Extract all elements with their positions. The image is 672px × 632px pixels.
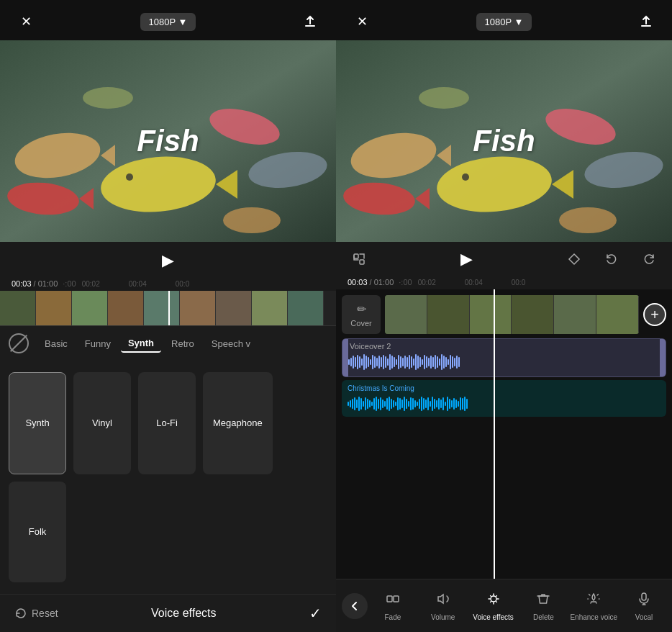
voiceover-track[interactable]: Voiceover 2 xyxy=(342,338,666,377)
right-time-display: 00:03 / 01:00 ·:00 xyxy=(348,278,412,286)
effects-grid: Synth Vinyl Lo-Fi Megaphone Folk xyxy=(0,361,336,594)
svg-rect-29 xyxy=(642,593,646,600)
music-track[interactable]: Christmas Is Coming xyxy=(342,380,666,417)
tab-retro[interactable]: Retro xyxy=(164,335,201,352)
right-play-button[interactable]: ▶ xyxy=(455,248,478,271)
left-play-button[interactable]: ▶ xyxy=(157,249,180,272)
left-video-title: Fish xyxy=(137,124,199,158)
left-thumbnail-strip[interactable] xyxy=(0,291,336,325)
cover-tile[interactable]: ✏ Cover xyxy=(342,295,381,334)
voiceover-left-handle[interactable] xyxy=(342,339,348,376)
toolbar-items: Fade Volume xyxy=(368,587,669,626)
enhance-voice-label: Enhance voice xyxy=(570,613,617,621)
thumb-1 xyxy=(0,291,36,325)
right-timeline-markers: 00:02 00:04 00:0 xyxy=(418,279,660,286)
right-undo-button[interactable] xyxy=(600,248,623,271)
toolbar-fade[interactable]: Fade xyxy=(368,587,418,626)
confirm-button[interactable]: ✓ xyxy=(309,605,322,622)
svg-point-10 xyxy=(83,87,133,109)
video-strip[interactable] xyxy=(385,295,639,334)
reset-label: Reset xyxy=(32,608,58,619)
effect-vinyl[interactable]: Vinyl xyxy=(73,372,131,474)
thumb-6 xyxy=(180,291,216,325)
right-bottom-toolbar: Fade Volume xyxy=(336,579,672,632)
voice-effects-label: Voice effects xyxy=(473,613,514,621)
left-time-display: 00:03 / 01:00 ·:00 xyxy=(12,279,76,288)
svg-rect-27 xyxy=(394,596,399,602)
left-controls-bar: ▶ xyxy=(0,242,336,276)
cover-track: ✏ Cover + xyxy=(336,295,672,334)
left-playhead xyxy=(168,291,170,325)
thumb-5 xyxy=(144,291,180,325)
fade-label: Fade xyxy=(385,613,401,621)
right-screen: ✕ 1080P ▼ xyxy=(336,0,672,632)
strip-seg-6 xyxy=(596,295,639,334)
tab-speech[interactable]: Speech v xyxy=(204,335,258,352)
effect-synth[interactable]: Synth xyxy=(9,372,66,474)
fade-icon xyxy=(385,591,401,610)
delete-icon xyxy=(535,591,551,610)
reset-button[interactable]: Reset xyxy=(14,607,58,620)
toolbar-delete[interactable]: Delete xyxy=(518,587,568,626)
svg-point-19 xyxy=(462,173,469,181)
svg-point-23 xyxy=(559,207,617,233)
thumb-9 xyxy=(288,291,324,325)
svg-point-11 xyxy=(223,207,281,233)
right-video-preview: Fish xyxy=(336,40,672,242)
right-expand-button[interactable] xyxy=(348,248,371,271)
volume-label: Volume xyxy=(431,613,455,621)
tab-funny[interactable]: Funny xyxy=(78,335,118,352)
right-timeline-area: ✏ Cover + xyxy=(336,289,672,579)
toolbar-vocal[interactable]: Vocal xyxy=(619,587,669,626)
left-upload-button[interactable] xyxy=(299,10,322,33)
effect-megaphone[interactable]: Megaphone xyxy=(203,372,273,474)
voiceover-waveform xyxy=(348,352,660,372)
strip-seg-2 xyxy=(427,295,470,334)
effect-lofi[interactable]: Lo-Fi xyxy=(138,372,196,474)
left-resolution-button[interactable]: 1080P ▼ xyxy=(140,13,196,31)
add-clip-button[interactable]: + xyxy=(643,303,666,326)
cover-label: Cover xyxy=(350,319,371,328)
toolbar-enhance-voice[interactable]: Enhance voice xyxy=(568,587,619,626)
svg-point-22 xyxy=(419,87,469,109)
right-timeline-bar: 00:03 / 01:00 ·:00 00:02 00:04 00:0 xyxy=(336,275,672,289)
svg-point-7 xyxy=(126,173,133,181)
no-effect-icon[interactable] xyxy=(9,333,29,353)
left-top-bar: ✕ 1080P ▼ xyxy=(0,0,336,40)
right-controls-bar: ▶ xyxy=(336,242,672,275)
timeline-tracks: ✏ Cover + xyxy=(336,289,672,425)
cover-pencil-icon: ✏ xyxy=(357,302,366,316)
delete-label: Delete xyxy=(533,613,554,621)
right-diamond-button[interactable] xyxy=(563,248,586,271)
voiceover-label: Voiceover 2 xyxy=(350,342,391,351)
voiceover-right-handle[interactable] xyxy=(660,339,666,376)
left-timeline-bar: 00:03 / 01:00 ·:00 00:02 00:04 00:0 xyxy=(0,276,336,291)
thumb-2 xyxy=(36,291,72,325)
toolbar-voice-effects[interactable]: Voice effects xyxy=(468,587,519,626)
svg-rect-26 xyxy=(387,596,392,602)
right-redo-button[interactable] xyxy=(637,248,660,271)
music-waveform xyxy=(348,395,660,412)
right-ctrl-group xyxy=(563,248,660,271)
right-close-button[interactable]: ✕ xyxy=(350,10,373,33)
left-screen: ✕ 1080P ▼ xyxy=(0,0,336,632)
back-arrow-button[interactable] xyxy=(342,593,368,619)
right-resolution-button[interactable]: 1080P ▼ xyxy=(476,13,532,31)
svg-rect-25 xyxy=(360,260,364,264)
thumb-8 xyxy=(252,291,288,325)
voice-effects-icon xyxy=(486,591,501,610)
tab-basic[interactable]: Basic xyxy=(37,335,75,352)
music-label: Christmas Is Coming xyxy=(348,384,660,392)
vocal-icon xyxy=(636,591,652,610)
tab-synth[interactable]: Synth xyxy=(121,335,161,353)
thumb-3 xyxy=(72,291,108,325)
left-video-preview: Fish xyxy=(0,40,336,242)
right-upload-button[interactable] xyxy=(635,10,658,33)
strip-seg-5 xyxy=(554,295,596,334)
strip-seg-4 xyxy=(512,295,554,334)
effect-folk[interactable]: Folk xyxy=(9,482,66,582)
toolbar-volume[interactable]: Volume xyxy=(418,587,468,626)
left-timeline-markers: 00:02 00:04 00:0 xyxy=(82,280,324,288)
left-close-button[interactable]: ✕ xyxy=(14,10,37,33)
enhance-voice-icon xyxy=(586,591,601,610)
